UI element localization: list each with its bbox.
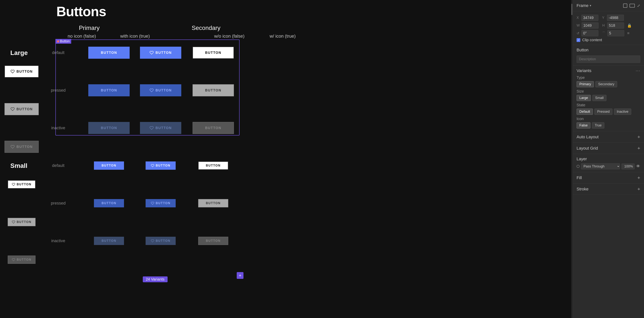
selection-label: Button — [56, 39, 71, 44]
icon-chip-false[interactable]: False — [576, 122, 590, 128]
btn-primary-with-icon-default-large[interactable]: BUTTON — [140, 47, 181, 59]
state-chip-pressed[interactable]: Pressed — [594, 109, 612, 115]
add-auto-layout-button[interactable]: + — [638, 134, 640, 140]
btn-primary-no-icon-pressed-large[interactable]: BUTTON — [88, 84, 130, 96]
heart-icon-secondary-inactive-large — [10, 145, 15, 149]
state-chip-inactive[interactable]: Inactive — [614, 109, 631, 115]
scroll-thumb[interactable] — [571, 4, 572, 15]
w-input[interactable] — [582, 22, 598, 29]
btn-cell-secondary-no-icon-inactive-large: BUTTON — [187, 118, 240, 137]
btn-primary-no-icon-inactive-small[interactable]: BUTTON — [94, 237, 124, 245]
state-chip-default[interactable]: Default — [576, 109, 593, 115]
clip-content-row: Clip content — [576, 38, 640, 42]
btn-primary-with-icon-inactive-small[interactable]: BUTTON — [146, 237, 176, 245]
empty-spacer-large-pressed — [10, 81, 33, 100]
lock-icon[interactable]: 🔒 — [627, 23, 632, 28]
col-header-w-icon: w/ icon (true) — [270, 34, 307, 39]
wh-row: W H 🔒 — [576, 22, 640, 29]
heart-icon-secondary-pressed-large — [10, 107, 15, 111]
btn-cell-secondary-with-icon-default-small: BUTTON — [10, 175, 33, 194]
size-chip-row: Large Small — [576, 95, 640, 101]
size-chip-small[interactable]: Small — [592, 95, 606, 101]
button-component-section: Button — [573, 45, 644, 66]
btn-secondary-with-icon-default-large[interactable]: BUTTON — [4, 66, 39, 78]
description-input[interactable] — [576, 56, 640, 63]
btn-primary-with-icon-pressed-small[interactable]: BUTTON — [146, 199, 176, 207]
btn-primary-with-icon-inactive-large[interactable]: BUTTON — [140, 122, 181, 134]
btn-cell-primary-no-icon-default-small: BUTTON — [84, 156, 134, 175]
type-chip-row: Primary Secondary — [576, 81, 640, 87]
corners-icon[interactable]: ⌗ — [627, 31, 629, 35]
state-label-large-inactive: inactive — [33, 118, 84, 137]
empty-spacer-small-pressed — [10, 194, 33, 213]
clip-content-checkbox[interactable] — [576, 38, 580, 42]
btn-secondary-with-icon-inactive-large[interactable]: BUTTON — [4, 141, 39, 153]
h-input[interactable] — [607, 22, 624, 29]
btn-primary-no-icon-default-small[interactable]: BUTTON — [94, 162, 124, 170]
btn-secondary-with-icon-inactive-small[interactable]: BUTTON — [8, 256, 36, 264]
opacity-input[interactable] — [622, 164, 634, 169]
position-size-section: X Y W H 🔒 ↺ ⌒ ⌗ Clip content — [573, 11, 644, 45]
selection-text: Button — [60, 39, 70, 43]
type-chip-secondary[interactable]: Secondary — [595, 81, 617, 87]
auto-layout-section: Auto Layout + — [573, 131, 644, 143]
btn-secondary-no-icon-inactive-large[interactable]: BUTTON — [192, 122, 234, 134]
btn-primary-no-icon-default-large[interactable]: BUTTON — [88, 47, 130, 59]
btn-primary-with-icon-pressed-large[interactable]: BUTTON — [140, 84, 181, 96]
btn-secondary-no-icon-default-small[interactable]: BUTTON — [198, 162, 228, 170]
btn-secondary-no-icon-default-large[interactable]: BUTTON — [192, 47, 234, 59]
col-header-no-icon: no icon (false) — [68, 34, 116, 39]
rotation-input[interactable] — [582, 30, 598, 36]
btn-secondary-with-icon-pressed-small[interactable]: BUTTON — [8, 218, 36, 226]
y-input[interactable] — [607, 15, 624, 21]
type-chip-primary[interactable]: Primary — [576, 81, 594, 87]
size-chip-large[interactable]: Large — [576, 95, 591, 101]
state-label-small-inactive: inactive — [33, 231, 84, 250]
state-label-small-pressed: pressed — [33, 194, 84, 213]
btn-primary-no-icon-inactive-large[interactable]: BUTTON — [88, 122, 130, 134]
btn-cell-secondary-no-icon-pressed-small: BUTTON — [187, 194, 240, 213]
toolbar-icons: ⤢ — [623, 4, 640, 8]
resize-icon[interactable]: ⤢ — [637, 4, 640, 8]
add-variant-button[interactable]: + — [237, 272, 244, 279]
btn-secondary-no-icon-pressed-small[interactable]: BUTTON — [198, 199, 228, 207]
add-layout-grid-button[interactable]: + — [638, 145, 640, 151]
add-fill-button[interactable]: + — [638, 175, 640, 181]
layer-mode-select[interactable]: Pass Through Normal Multiply Screen — [581, 163, 620, 169]
btn-secondary-no-icon-pressed-large[interactable]: BUTTON — [192, 84, 234, 96]
x-input[interactable] — [582, 15, 598, 21]
add-stroke-button[interactable]: + — [638, 186, 640, 192]
layer-label: Layer — [576, 156, 587, 162]
heart-icon-primary-default-small — [151, 164, 154, 167]
w-label: W — [576, 24, 580, 28]
btn-secondary-no-icon-inactive-small[interactable]: BUTTON — [198, 237, 228, 245]
secondary-section-label: Secondary — [192, 25, 220, 31]
col-header-with-icon: with icon (true) — [120, 34, 168, 39]
visibility-toggle-button[interactable]: 👁 — [636, 164, 640, 169]
variants-label: Variants — [576, 68, 592, 73]
variants-section: Variants ··· Type Primary Secondary Size… — [573, 66, 644, 131]
canvas: Buttons Primary Secondary no icon (false… — [0, 0, 572, 318]
panel-toolbar: Frame ▾ ⤢ — [573, 0, 644, 11]
btn-cell-secondary-no-icon-pressed-large: BUTTON — [187, 81, 240, 100]
btn-secondary-with-icon-default-small[interactable]: BUTTON — [8, 180, 36, 189]
type-subsection: Type Primary Secondary — [576, 75, 640, 87]
btn-cell-primary-no-icon-pressed-small: BUTTON — [84, 194, 134, 213]
primary-section-label: Primary — [79, 25, 100, 31]
variants-menu-button[interactable]: ··· — [636, 68, 640, 73]
phone-frame-icon[interactable] — [623, 4, 627, 8]
btn-primary-with-icon-default-small[interactable]: BUTTON — [146, 162, 176, 170]
icon-label: Icon — [576, 117, 584, 121]
auto-layout-row: Auto Layout + — [576, 134, 640, 140]
desktop-frame-icon[interactable] — [630, 4, 635, 8]
state-label-large-pressed: pressed — [33, 81, 84, 100]
frame-label: Frame ▾ — [576, 3, 591, 8]
scroll-indicator[interactable] — [571, 0, 572, 318]
auto-layout-label: Auto Layout — [576, 134, 598, 139]
corner-input[interactable] — [607, 30, 624, 36]
btn-secondary-with-icon-pressed-large[interactable]: BUTTON — [4, 103, 39, 115]
heart-icon-secondary-default-small — [12, 183, 15, 186]
icon-chip-true[interactable]: True — [592, 122, 604, 128]
size-label: Size — [576, 89, 584, 93]
btn-primary-no-icon-pressed-small[interactable]: BUTTON — [94, 199, 124, 207]
